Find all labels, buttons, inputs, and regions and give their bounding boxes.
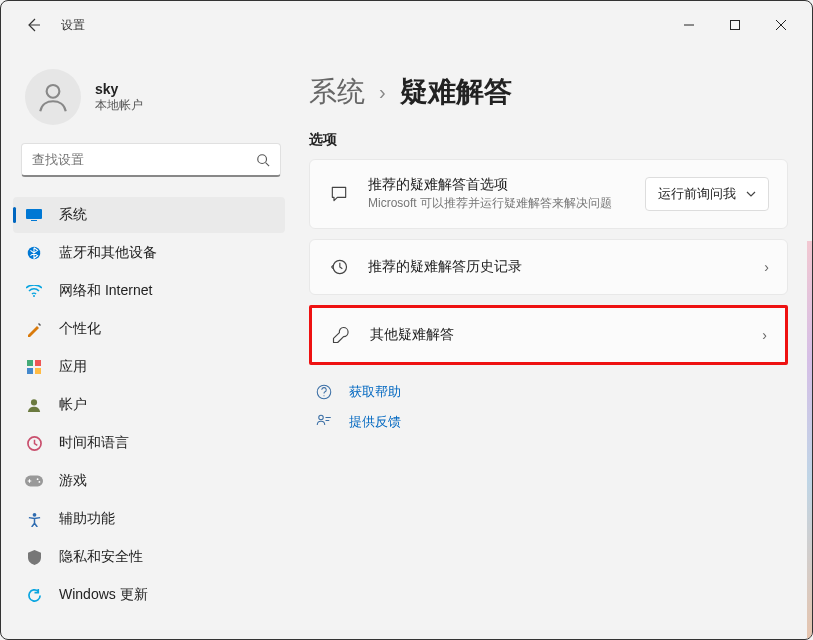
link-feedback[interactable]: 提供反馈 [349, 413, 401, 431]
minimize-icon [684, 20, 694, 30]
back-button[interactable] [17, 9, 49, 41]
history-icon [328, 256, 350, 278]
sidebar-item-label: 辅助功能 [59, 510, 115, 528]
svg-rect-14 [35, 368, 41, 374]
section-label: 选项 [309, 131, 788, 149]
chat-icon [328, 183, 350, 205]
sidebar-item-10[interactable]: Windows 更新 [13, 577, 285, 613]
sidebar-item-6[interactable]: 时间和语言 [13, 425, 285, 461]
sidebar-item-2[interactable]: 网络和 Internet [13, 273, 285, 309]
sidebar-item-label: 隐私和安全性 [59, 548, 143, 566]
profile-name: sky [95, 81, 143, 97]
card-body: 其他疑难解答 [370, 326, 744, 344]
svg-point-19 [39, 481, 41, 483]
profile-sub: 本地帐户 [95, 97, 143, 114]
card-body: 推荐的疑难解答首选项 Microsoft 可以推荐并运行疑难解答来解决问题 [368, 176, 627, 212]
bluetooth-icon [25, 244, 43, 262]
svg-point-10 [33, 295, 35, 297]
card-other-troubleshooters[interactable]: 其他疑难解答 › [309, 305, 788, 365]
sidebar-item-label: 网络和 Internet [59, 282, 152, 300]
svg-line-6 [266, 162, 270, 166]
arrow-left-icon [25, 17, 41, 33]
system-icon [25, 206, 43, 224]
person-icon [36, 80, 70, 114]
svg-point-5 [258, 154, 267, 163]
sidebar: sky 本地帐户 系统蓝牙和其他设备网络和 Internet个性化应用帐户时间和… [1, 49, 301, 639]
nav-list: 系统蓝牙和其他设备网络和 Internet个性化应用帐户时间和语言游戏辅助功能隐… [1, 195, 301, 639]
breadcrumb-parent[interactable]: 系统 [309, 73, 365, 111]
link-get-help: 获取帮助 [313, 383, 788, 401]
sidebar-item-0[interactable]: 系统 [13, 197, 285, 233]
sidebar-item-label: 游戏 [59, 472, 87, 490]
breadcrumb: 系统 › 疑难解答 [309, 73, 788, 111]
search-input[interactable] [32, 152, 256, 167]
link-feedback: 提供反馈 [313, 413, 788, 431]
privacy-icon [25, 548, 43, 566]
close-button[interactable] [758, 9, 804, 41]
sidebar-item-7[interactable]: 游戏 [13, 463, 285, 499]
sidebar-item-3[interactable]: 个性化 [13, 311, 285, 347]
dropdown-label: 运行前询问我 [658, 185, 736, 203]
card-body: 推荐的疑难解答历史记录 [368, 258, 746, 276]
maximize-button[interactable] [712, 9, 758, 41]
sidebar-item-8[interactable]: 辅助功能 [13, 501, 285, 537]
svg-rect-7 [26, 209, 42, 219]
card-troubleshoot-history[interactable]: 推荐的疑难解答历史记录 › [309, 239, 788, 295]
accessibility-icon [25, 510, 43, 528]
titlebar: 设置 [1, 1, 812, 49]
card-troubleshoot-preferences[interactable]: 推荐的疑难解答首选项 Microsoft 可以推荐并运行疑难解答来解决问题 运行… [309, 159, 788, 229]
sidebar-item-5[interactable]: 帐户 [13, 387, 285, 423]
svg-rect-1 [731, 21, 740, 30]
svg-point-18 [37, 478, 39, 480]
sidebar-item-label: 蓝牙和其他设备 [59, 244, 157, 262]
chevron-down-icon [746, 189, 756, 199]
svg-rect-11 [27, 360, 33, 366]
sidebar-item-label: Windows 更新 [59, 586, 148, 604]
svg-point-23 [323, 395, 324, 396]
sidebar-item-label: 个性化 [59, 320, 101, 338]
link-help[interactable]: 获取帮助 [349, 383, 401, 401]
close-icon [776, 20, 786, 30]
time-icon [25, 434, 43, 452]
card-title: 其他疑难解答 [370, 326, 744, 344]
card-title: 推荐的疑难解答首选项 [368, 176, 627, 194]
sidebar-item-9[interactable]: 隐私和安全性 [13, 539, 285, 575]
breadcrumb-current: 疑难解答 [400, 73, 512, 111]
chevron-right-icon: › [762, 327, 767, 343]
search-box[interactable] [21, 143, 281, 177]
help-links: 获取帮助 提供反馈 [309, 383, 788, 431]
wifi-icon [25, 282, 43, 300]
svg-point-24 [319, 415, 324, 420]
card-sub: Microsoft 可以推荐并运行疑难解答来解决问题 [368, 196, 627, 212]
app-title: 设置 [61, 17, 85, 34]
profile-text: sky 本地帐户 [95, 81, 143, 114]
chevron-right-icon: › [764, 259, 769, 275]
svg-rect-12 [35, 360, 41, 366]
profile-block[interactable]: sky 本地帐户 [1, 61, 301, 143]
search-icon [256, 153, 270, 167]
sidebar-item-label: 应用 [59, 358, 87, 376]
personalize-icon [25, 320, 43, 338]
avatar [25, 69, 81, 125]
gaming-icon [25, 472, 43, 490]
svg-rect-8 [31, 220, 37, 221]
help-icon [313, 383, 335, 401]
sidebar-item-1[interactable]: 蓝牙和其他设备 [13, 235, 285, 271]
chevron-right-icon: › [379, 81, 386, 104]
sidebar-item-label: 时间和语言 [59, 434, 129, 452]
card-title: 推荐的疑难解答历史记录 [368, 258, 746, 276]
apps-icon [25, 358, 43, 376]
sidebar-item-label: 帐户 [59, 396, 87, 414]
account-icon [25, 396, 43, 414]
svg-point-4 [47, 85, 60, 98]
preference-dropdown[interactable]: 运行前询问我 [645, 177, 769, 211]
svg-point-20 [32, 512, 36, 516]
minimize-button[interactable] [666, 9, 712, 41]
window-controls [666, 9, 804, 41]
feedback-icon [313, 413, 335, 431]
update-icon [25, 586, 43, 604]
wrench-icon [330, 324, 352, 346]
maximize-icon [730, 20, 740, 30]
sidebar-item-4[interactable]: 应用 [13, 349, 285, 385]
wallpaper-edge [807, 241, 812, 639]
